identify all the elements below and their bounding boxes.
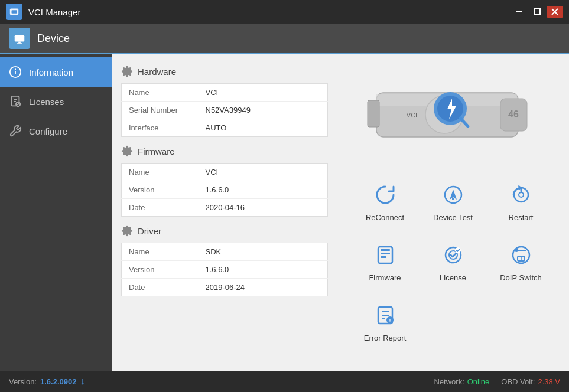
download-icon[interactable]: ↓	[80, 376, 84, 387]
driver-table: Name SDK Version 1.6.6.0 Date 2019-06-24	[121, 243, 328, 296]
firmware-label: Firmware	[369, 273, 401, 282]
table-row: Version 1.6.6.0	[122, 261, 328, 279]
vci-device-illustration: 46 VCI	[365, 66, 542, 161]
svg-rect-33	[381, 253, 390, 254]
restart-svg-icon	[509, 183, 533, 207]
doip-switch-label: DoIP Switch	[500, 273, 542, 282]
hardware-table: Name VCI Serial Number N52VA39949 Interf…	[121, 83, 328, 137]
error-report-label: Error Report	[364, 334, 407, 342]
version-value[interactable]: 1.6.2.0902	[40, 377, 76, 386]
svg-rect-3	[534, 9, 540, 15]
svg-text:!: !	[389, 318, 391, 324]
sidebar-item-licenses[interactable]: Licenses	[0, 87, 112, 116]
sidebar-item-information-label: Information	[29, 67, 73, 77]
firmware-table: Name VCI Version 1.6.6.0 Date 2020-04-16	[121, 163, 328, 217]
network-status: Network: Online	[434, 377, 489, 386]
hw-interface-key: Interface	[122, 119, 199, 137]
doip-switch-icon	[506, 240, 536, 270]
statusbar: Version: 1.6.2.0902 ↓ Network: Online OB…	[0, 371, 569, 392]
svg-rect-1	[12, 10, 17, 13]
information-icon	[9, 66, 22, 79]
driver-section-header: Driver	[121, 223, 328, 239]
firmware-section-header: Firmware	[121, 143, 328, 159]
svg-rect-27	[452, 198, 454, 200]
hw-name-val: VCI	[199, 84, 328, 102]
dr-date-key: Date	[122, 279, 199, 296]
restart-label: Restart	[509, 213, 534, 222]
hardware-title: Hardware	[138, 67, 176, 77]
minimize-button[interactable]	[511, 6, 528, 18]
svg-point-30	[519, 192, 524, 197]
obd-value: 2.38 V	[538, 377, 560, 386]
doip-switch-button[interactable]: DoIP Switch	[493, 236, 549, 287]
hardware-section: Hardware Name VCI Serial Number N52VA399…	[121, 63, 328, 137]
reconnect-svg-icon	[373, 183, 397, 207]
error-report-icon: !	[370, 300, 400, 330]
restart-button[interactable]: Restart	[493, 175, 549, 227]
sidebar-item-licenses-label: Licenses	[29, 97, 64, 107]
right-panel: 46 VCI	[337, 54, 569, 371]
statusbar-right: Network: Online OBD Volt: 2.38 V	[434, 377, 560, 386]
maximize-button[interactable]	[529, 6, 545, 18]
fw-name-key: Name	[122, 164, 199, 181]
table-row: Interface AUTO	[122, 119, 328, 137]
close-button[interactable]	[547, 6, 563, 18]
license-svg-icon	[441, 243, 465, 267]
table-row: Name SDK	[122, 243, 328, 261]
driver-title: Driver	[138, 226, 161, 236]
dr-name-val: SDK	[199, 243, 328, 261]
driver-settings-icon	[121, 225, 133, 237]
table-row: Name VCI	[122, 164, 328, 181]
app-logo	[6, 4, 22, 20]
reconnect-label: ReConnect	[366, 213, 404, 222]
obd-volt-status: OBD Volt: 2.38 V	[501, 377, 560, 386]
fw-version-val: 1.6.6.0	[199, 181, 328, 199]
dr-name-key: Name	[122, 243, 199, 261]
dr-version-key: Version	[122, 261, 199, 279]
license-icon	[438, 240, 468, 270]
restart-icon	[506, 180, 536, 210]
firmware-title: Firmware	[138, 146, 175, 156]
hw-serial-val: N52VA39949	[199, 102, 328, 119]
table-row: Version 1.6.6.0	[122, 181, 328, 199]
header-icon-container	[9, 28, 30, 49]
device-test-svg-icon	[441, 183, 465, 207]
hardware-section-header: Hardware	[121, 63, 328, 80]
svg-text:VCI: VCI	[406, 112, 417, 119]
network-label: Network:	[434, 377, 464, 386]
titlebar-left: VCI Manager	[6, 4, 80, 20]
svg-rect-6	[15, 35, 25, 42]
svg-rect-8	[17, 43, 22, 44]
page-header: Device	[0, 24, 569, 54]
license-button[interactable]: License	[425, 236, 481, 287]
version-label: Version:	[9, 377, 37, 386]
obd-label: OBD Volt:	[501, 377, 535, 386]
app-title: VCI Manager	[28, 7, 80, 17]
titlebar: VCI Manager	[0, 0, 569, 24]
main-content: Information Licenses Configure	[0, 54, 569, 371]
window-controls	[511, 6, 563, 18]
licenses-icon	[9, 95, 22, 108]
sidebar-item-configure[interactable]: Configure	[0, 116, 112, 146]
svg-text:46: 46	[508, 109, 519, 119]
reconnect-button[interactable]: ReConnect	[357, 175, 413, 227]
table-row: Serial Number N52VA39949	[122, 102, 328, 119]
device-test-button[interactable]: Device Test	[425, 175, 481, 227]
error-report-svg-icon: !	[373, 303, 397, 327]
fw-version-key: Version	[122, 181, 199, 199]
logo-icon	[9, 6, 19, 17]
content-area: Hardware Name VCI Serial Number N52VA399…	[112, 54, 569, 371]
firmware-section: Firmware Name VCI Version 1.6.6.0 Date 2…	[121, 143, 328, 217]
driver-section: Driver Name SDK Version 1.6.6.0 Date 201…	[121, 223, 328, 296]
svg-rect-16	[368, 100, 379, 127]
statusbar-left: Version: 1.6.2.0902 ↓	[9, 376, 84, 387]
doip-switch-svg-icon	[509, 243, 533, 267]
device-header-icon	[13, 32, 26, 45]
fw-date-val: 2020-04-16	[199, 199, 328, 217]
svg-rect-32	[381, 249, 390, 251]
error-report-button[interactable]: ! Error Report	[357, 296, 413, 347]
svg-rect-7	[18, 42, 21, 44]
sidebar-item-information[interactable]: Information	[0, 57, 112, 87]
device-test-label: Device Test	[433, 213, 473, 222]
firmware-button[interactable]: Firmware	[357, 236, 413, 287]
